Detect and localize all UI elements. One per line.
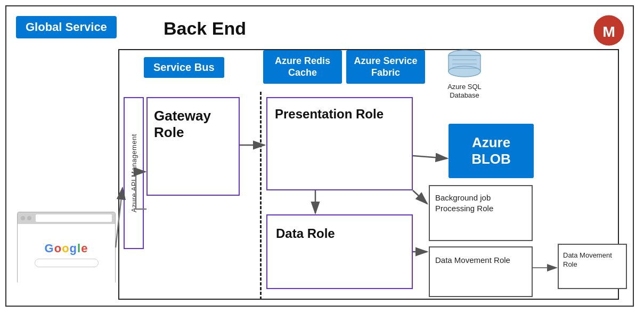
data-movement-outer-label: Data Movement Role [559,245,626,276]
global-service-badge: Global Service [16,16,117,38]
data-movement-inner-label: Data Movement Role [430,247,532,273]
browser-mockup: Google [17,212,116,284]
company-logo: M [593,14,625,46]
bg-job-label: Background job Processing Role [430,186,532,220]
gateway-role-box: Gateway Role [146,97,240,196]
data-role-label: Data Role [267,215,412,252]
azure-blob-badge: Azure BLOB [449,124,534,178]
diagram-container: Global Service Back End M Service Bus Az… [5,5,634,307]
data-role-box: Data Role [266,214,413,289]
azure-redis-badge: Azure Redis Cache [263,50,342,84]
azure-api-label: Azure API Management [130,134,138,212]
dashed-divider [260,92,262,300]
svg-text:M: M [602,23,615,40]
azure-api-box: Azure API Management [124,97,144,249]
browser-bar [18,212,115,224]
google-search-bar [35,259,99,267]
azure-sql-section: Azure SQL Database [443,49,486,99]
data-movement-outer-box: Data Movement Role [558,244,627,289]
azure-sql-label: Azure SQL Database [443,83,486,99]
backend-title: Back End [164,18,246,39]
azure-sql-icon [446,49,483,78]
bg-job-box: Background job Processing Role [429,185,533,241]
service-bus-badge: Service Bus [144,57,224,78]
gateway-role-label: Gateway Role [148,98,239,150]
google-logo: Google [45,242,88,255]
browser-dot [21,216,25,220]
azure-sf-badge: Azure Service Fabric [346,50,425,84]
browser-url-bar [36,214,112,222]
browser-dot [27,216,31,220]
svg-point-4 [449,66,480,77]
presentation-role-label: Presentation Role [267,98,412,131]
browser-content: Google [18,224,115,284]
presentation-role-box: Presentation Role [266,97,413,190]
data-movement-inner-box: Data Movement Role [429,246,533,297]
